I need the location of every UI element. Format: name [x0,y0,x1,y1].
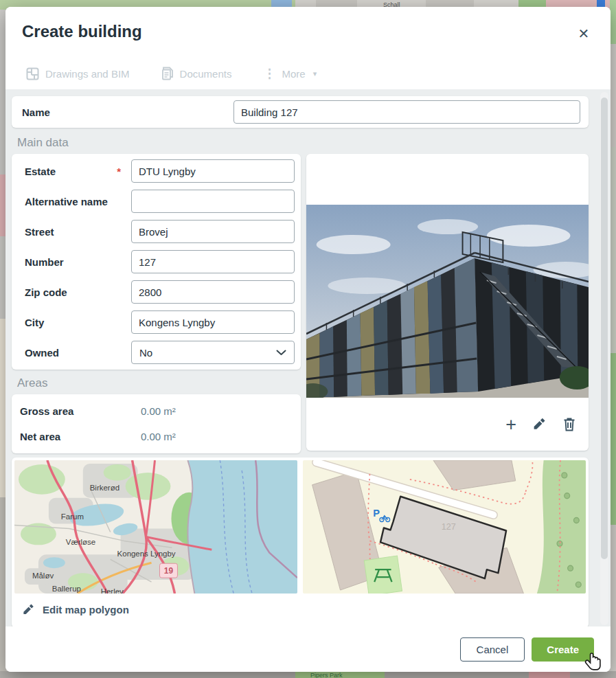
edit-photo-button[interactable] [532,417,547,431]
gross-area-label: Gross area [20,405,141,417]
create-button[interactable]: Create [532,637,594,662]
pencil-icon [532,417,547,431]
cancel-button[interactable]: Cancel [460,637,525,662]
main-data-column: Estate * Alternative name Street Number [12,154,301,453]
chevron-down-icon: ▾ [313,69,317,78]
owned-select[interactable]: No [131,341,295,364]
scrollbar-track[interactable] [600,92,608,625]
dialog-footer: Cancel Create [5,626,611,672]
areas-section-title: Areas [17,376,301,390]
estate-label: Estate [25,166,56,177]
plus-icon: + [505,416,516,433]
floorplan-icon [26,67,39,80]
number-input[interactable] [131,250,295,273]
town-label-ballerup: Ballerup [52,585,81,593]
field-row-city: City [12,307,301,337]
delete-photo-button[interactable] [562,417,576,432]
parking-icon: P [373,507,380,518]
name-input[interactable] [233,100,580,124]
overview-map[interactable]: Birkerød Farum Værløse Kongens Lyngby Må… [14,460,297,594]
dialog-tabs: Drawings and BIM Documents ⋮ More ▾ [26,67,317,80]
gross-area-value: 0.00 m² [141,405,176,417]
overview-map-art: Birkerød Farum Værløse Kongens Lyngby Må… [14,460,297,594]
maps-card: Birkerød Farum Værløse Kongens Lyngby Må… [12,457,589,626]
town-label-vaerlose: Værløse [66,538,95,546]
areas-card: Gross area 0.00 m² Net area 0.00 m² [12,394,301,453]
building-photo [306,205,589,398]
field-row-street: Street [12,216,301,247]
photo-card: + [306,154,589,451]
town-label-herlev: Herlev [101,587,124,594]
net-area-row: Net area 0.00 m² [12,424,301,449]
owned-select-value: No [139,347,152,359]
alternative-name-label: Alternative name [25,196,108,207]
documents-icon [161,67,174,80]
city-label: City [25,317,44,328]
required-asterisk: * [117,166,121,177]
field-row-alternative-name: Alternative name [12,186,301,216]
field-row-number: Number [12,247,301,277]
field-row-zip-code: Zip code [12,277,301,307]
dialog-header: Create building ✕ Drawings and BIM Docum… [5,7,611,89]
gross-area-row: Gross area 0.00 m² [12,398,301,424]
field-row-estate: Estate * [12,156,301,186]
site-building-label: 127 [442,521,456,532]
estate-input[interactable] [131,159,295,183]
tab-documents[interactable]: Documents [161,67,232,80]
road-badge-19: 19 [164,566,174,576]
scrollbar-thumb[interactable] [601,98,608,559]
zip-code-label: Zip code [25,286,67,298]
close-icon[interactable]: ✕ [575,25,593,43]
number-label: Number [25,256,64,268]
town-label-birkerod: Birkerød [90,484,119,492]
alternative-name-input[interactable] [131,190,295,213]
kebab-icon: ⋮ [263,69,275,78]
building-photo-art [306,205,589,398]
net-area-value: 0.00 m² [141,431,176,442]
name-row: Name [12,96,589,128]
town-label-farum: Farum [61,512,84,521]
bg-label-park: Pipers Park [310,672,343,678]
site-map-art: 127 P [303,460,586,594]
tab-label: Drawings and BIM [45,68,130,80]
trash-icon [562,417,576,432]
field-row-owned: Owned No [12,337,301,368]
site-map[interactable]: 127 P [303,460,586,594]
maps-row: Birkerød Farum Værløse Kongens Lyngby Må… [14,460,586,594]
edit-map-polygon-label: Edit map polygon [43,604,129,615]
street-input[interactable] [131,220,295,243]
dialog-body: Name Main data Estate * Alternative name [5,89,611,626]
tab-label: Documents [180,68,232,80]
pencil-icon [22,603,35,616]
chevron-down-icon [276,350,286,356]
photo-spacer [306,154,589,205]
dialog-title: Create building [22,22,142,41]
owned-label: Owned [25,347,59,359]
photo-actions: + [306,398,589,451]
create-building-dialog: Create building ✕ Drawings and BIM Docum… [5,7,611,672]
edit-map-polygon-button[interactable]: Edit map polygon [14,594,586,625]
main-data-card: Estate * Alternative name Street Number [12,154,301,370]
tab-drawings-and-bim[interactable]: Drawings and BIM [26,67,130,80]
tab-label: More [282,68,305,80]
name-label: Name [22,106,233,118]
add-photo-button[interactable]: + [505,416,516,433]
town-label-kongens-lyngby: Kongens Lyngby [117,550,176,558]
main-data-section-title: Main data [17,136,589,150]
net-area-label: Net area [20,431,141,442]
street-label: Street [25,226,54,238]
town-label-malov: Måløv [32,572,54,580]
city-input[interactable] [131,310,295,334]
tab-more[interactable]: ⋮ More ▾ [263,68,317,80]
zip-code-input[interactable] [131,280,295,304]
